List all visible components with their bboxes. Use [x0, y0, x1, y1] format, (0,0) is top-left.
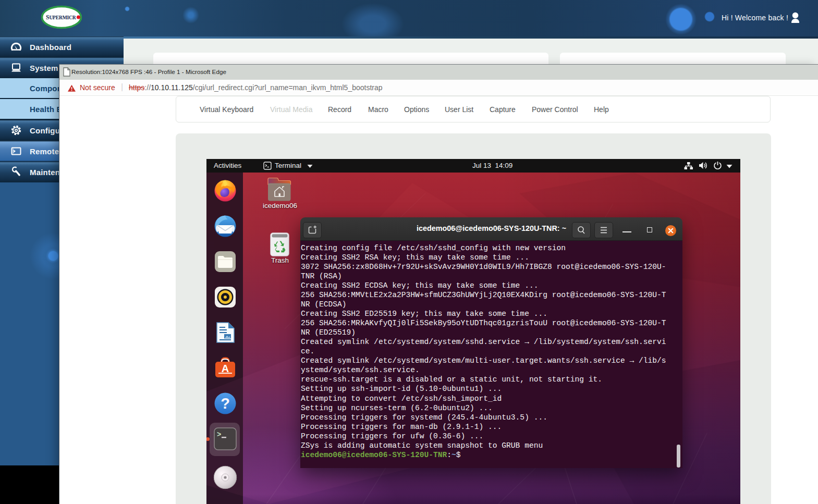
svg-text:SUPERMICR: SUPERMICR — [46, 14, 77, 21]
